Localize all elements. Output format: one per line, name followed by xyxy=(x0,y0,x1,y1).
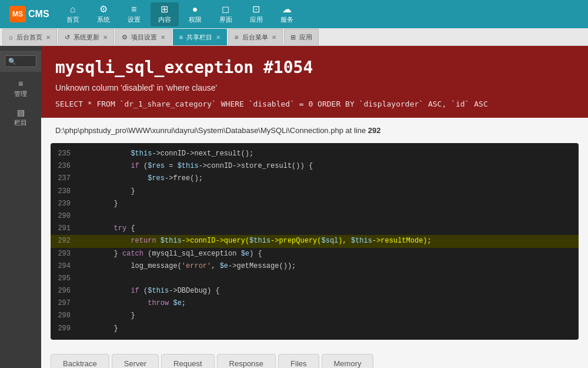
nav-item-content[interactable]: ⊞ 内容 xyxy=(151,2,179,26)
bottom-tab-backtrace[interactable]: Backtrace xyxy=(51,354,109,368)
tab-close-shared-col[interactable]: ✕ xyxy=(216,34,220,41)
bottom-tabs-bar: BacktraceServerRequestResponseFilesMemor… xyxy=(41,349,588,368)
apps-label: 应用 xyxy=(250,15,263,24)
line-code-239: } xyxy=(80,198,118,210)
interface-icon: ◻ xyxy=(222,5,229,14)
nav-item-services[interactable]: ☁ 服务 xyxy=(273,2,301,26)
tab-close-backend-menu[interactable]: ✕ xyxy=(272,34,276,41)
code-line-236: 236 if ($res = $this->connID->store_resu… xyxy=(51,160,579,173)
code-line-237: 237 $res->free(); xyxy=(51,173,579,185)
tab-backend-home[interactable]: ⌂ 后台首页 ✕ xyxy=(2,29,57,45)
tab-label-apps-tab: 应用 xyxy=(299,33,312,42)
nav-item-settings[interactable]: ≡ 设置 xyxy=(120,2,148,26)
tab-shared-col[interactable]: ≡ 共享栏目 ✕ xyxy=(173,29,227,45)
tab-label-shared-col: 共享栏目 xyxy=(186,33,212,42)
tab-project-settings[interactable]: ⚙ 项目设置 ✕ xyxy=(115,29,172,45)
line-code-237: $res->free(); xyxy=(80,173,203,184)
code-line-293: 293 } catch (mysqli_sql_exception $e) { xyxy=(51,248,579,260)
error-header: mysqli_sql_exception #1054 Unknown colum… xyxy=(41,46,588,118)
line-code-235: $this->connID->next_result(); xyxy=(80,148,253,160)
file-location: D:\php\phpstudy_pro\WWW\xunrui\dayrui\Sy… xyxy=(41,118,588,143)
bottom-tab-server[interactable]: Server xyxy=(112,354,159,368)
system-label: 系统 xyxy=(97,15,110,24)
tab-icon-system-refresh: ↺ xyxy=(65,34,70,41)
tab-label-backend-home: 后台首页 xyxy=(16,33,42,42)
settings-icon: ≡ xyxy=(131,5,136,14)
sidebar-search-input[interactable] xyxy=(5,55,36,67)
nav-item-interface[interactable]: ◻ 界面 xyxy=(212,2,240,26)
error-message: Unknown column 'disabled' in 'where clau… xyxy=(55,83,574,92)
nav-item-system[interactable]: ⚙ 系统 xyxy=(89,2,118,26)
main-layout: ≡ 管理 ▤ 栏目 mysqli_sql_exception #1054 Unk… xyxy=(0,46,588,368)
tab-close-project-settings[interactable]: ✕ xyxy=(161,34,165,41)
manage-sidebar-icon: ≡ xyxy=(18,79,23,88)
system-icon: ⚙ xyxy=(99,5,108,14)
bottom-tab-request[interactable]: Request xyxy=(161,354,214,368)
tab-backend-menu[interactable]: ≡ 后台菜单 ✕ xyxy=(228,29,282,45)
line-code-294: log_message('error', $e->getMessage()); xyxy=(80,261,296,272)
code-content: 235 $this->connID->next_result(); 236 if… xyxy=(51,143,579,340)
tab-close-system-refresh[interactable]: ✕ xyxy=(103,34,108,41)
code-line-292: 292 return $this->connID->query($this->p… xyxy=(51,235,579,247)
code-line-290: 290 xyxy=(51,210,579,223)
tab-icon-apps-tab: ⊞ xyxy=(290,34,296,41)
tab-label-backend-menu: 后台菜单 xyxy=(242,33,268,42)
line-num-291: 291 xyxy=(51,223,80,234)
tab-system-refresh[interactable]: ↺ 系统更新 ✕ xyxy=(58,29,114,45)
nav-item-home[interactable]: ⌂ 首页 xyxy=(59,2,87,26)
content-label: 内容 xyxy=(158,15,171,24)
nav-item-permissions[interactable]: ● 权限 xyxy=(181,2,209,26)
line-code-296: if ($this->DBDebug) { xyxy=(80,286,220,297)
line-code-298: } xyxy=(80,310,135,321)
line-code-291: try { xyxy=(80,223,135,234)
bottom-tab-files[interactable]: Files xyxy=(278,354,319,368)
content-area: mysqli_sql_exception #1054 Unknown colum… xyxy=(41,46,588,368)
tabs-bar: ⌂ 后台首页 ✕ ↺ 系统更新 ✕ ⚙ 项目设置 ✕ ≡ 共享栏目 ✕ ≡ 后台… xyxy=(0,28,588,46)
content-icon: ⊞ xyxy=(161,5,168,14)
line-num-239: 239 xyxy=(51,198,80,210)
tab-close-backend-home[interactable]: ✕ xyxy=(46,34,51,41)
code-line-239: 239 } xyxy=(51,198,579,210)
line-code-238: } xyxy=(80,186,135,197)
tab-label-project-settings: 项目设置 xyxy=(131,33,157,42)
line-num-294: 294 xyxy=(51,261,80,272)
apps-icon: ⊡ xyxy=(252,5,260,14)
line-num-236: 236 xyxy=(51,161,80,172)
app-logo: MS CMS xyxy=(5,6,54,22)
line-num-290: 290 xyxy=(51,211,80,222)
tab-icon-shared-col: ≡ xyxy=(179,34,183,41)
permissions-label: 权限 xyxy=(189,15,202,24)
tab-icon-backend-menu: ≡ xyxy=(235,34,238,41)
line-num-293: 293 xyxy=(51,248,80,260)
code-line-296: 296 if ($this->DBDebug) { xyxy=(51,285,579,297)
tab-icon-backend-home: ⌂ xyxy=(9,34,13,41)
permissions-icon: ● xyxy=(192,5,198,14)
code-line-294: 294 log_message('error', $e->getMessage(… xyxy=(51,260,579,273)
interface-label: 界面 xyxy=(219,15,232,24)
nav-item-apps[interactable]: ⊡ 应用 xyxy=(242,2,270,26)
line-num-292: 292 xyxy=(51,236,80,247)
logo-icon: MS xyxy=(9,6,26,22)
top-navigation: MS CMS ⌂ 首页 ⚙ 系统 ≡ 设置 ⊞ 内容 ● 权限 ◻ 界面 ⊡ 应… xyxy=(0,0,588,28)
line-num-238: 238 xyxy=(51,186,80,197)
code-line-298: 298 } xyxy=(51,310,579,322)
home-label: 首页 xyxy=(66,15,79,24)
code-line-238: 238 } xyxy=(51,185,579,198)
bottom-tab-response[interactable]: Response xyxy=(217,354,276,368)
line-num-296: 296 xyxy=(51,286,80,297)
file-path: D:\php\phpstudy_pro\WWW\xunrui\dayrui\Sy… xyxy=(55,126,343,135)
columns-sidebar-label: 栏目 xyxy=(14,118,27,127)
line-code-297: throw $e; xyxy=(80,298,186,309)
sidebar-item-columns[interactable]: ▤ 栏目 xyxy=(0,103,41,132)
home-icon: ⌂ xyxy=(70,5,76,14)
bottom-tab-memory[interactable]: Memory xyxy=(322,354,374,368)
tab-apps-tab[interactable]: ⊞ 应用 xyxy=(284,29,319,45)
line-code-293: } catch (mysqli_sql_exception $e) { xyxy=(80,248,262,260)
line-code-299: } xyxy=(80,323,118,334)
line-num-299: 299 xyxy=(51,323,80,334)
code-block: 235 $this->connID->next_result(); 236 if… xyxy=(51,143,579,340)
tab-icon-project-settings: ⚙ xyxy=(122,34,128,41)
sidebar-item-manage[interactable]: ≡ 管理 xyxy=(0,74,41,103)
error-title: mysqli_sql_exception #1054 xyxy=(55,58,574,77)
line-code-292: return $this->connID->query($this->prepQ… xyxy=(80,236,432,247)
